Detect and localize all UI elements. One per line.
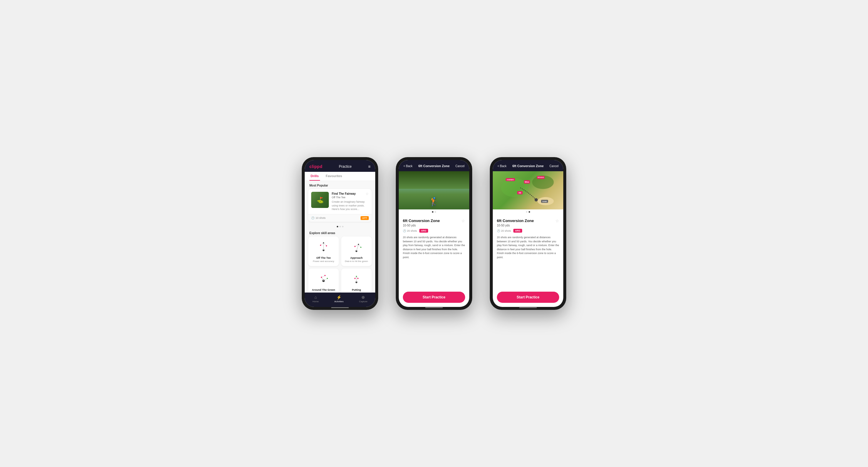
skill-name-ott: Off The Tee — [316, 257, 331, 259]
skill-desc-ott: Power and accuracy — [313, 260, 334, 263]
practice-content: Most Popular Find The Fairway Off The Te… — [305, 181, 375, 293]
cancel-button-2[interactable]: Cancel — [456, 165, 465, 168]
svg-point-26 — [354, 278, 355, 279]
svg-point-13 — [358, 244, 359, 245]
svg-text:SAND: SAND — [542, 201, 547, 202]
svg-point-18 — [321, 277, 322, 278]
phone-2-screen: < Back 6ft Conversion Zone Cancel 🏌️ — [399, 160, 469, 307]
tab-drills[interactable]: Drills — [309, 172, 320, 180]
svg-point-12 — [354, 246, 355, 247]
drill-header-2: < Back 6ft Conversion Zone Cancel — [399, 160, 469, 171]
phone-1-notch — [328, 157, 352, 159]
explore-title: Explore skill areas — [305, 229, 375, 236]
tab-bar: Drills Favourites — [305, 172, 375, 181]
drill-title-2: 6ft Conversion Zone — [403, 219, 440, 223]
nav-home[interactable]: ⌂ Home — [312, 295, 318, 303]
dot-2[interactable] — [339, 226, 341, 227]
drill-description: Create an imaginary fairway using trees … — [332, 200, 369, 211]
bottom-nav: ⌂ Home ⚡ Activities ⊕ Capture — [305, 293, 375, 307]
skill-card-putting[interactable]: Putting Make and lag practice — [341, 268, 372, 293]
svg-point-27 — [356, 276, 357, 277]
trees-background — [399, 171, 469, 189]
phone-1-screen: clippd Practice ≡ Drills Favourites Most… — [305, 160, 375, 307]
putting-icon — [349, 272, 364, 287]
skill-name-putting: Putting — [352, 289, 361, 291]
svg-point-6 — [323, 242, 324, 243]
svg-point-25 — [357, 278, 359, 279]
drill-header-title-3: 6ft Conversion Zone — [513, 164, 544, 168]
img-dot-3-1[interactable] — [526, 211, 527, 213]
phone-2-home-indicator — [425, 307, 443, 308]
most-popular-title: Most Popular — [305, 181, 375, 189]
svg-point-5 — [320, 245, 321, 246]
app-logo: clippd — [309, 164, 322, 169]
skill-card-atg[interactable]: Around The Green Hone your short game — [308, 268, 339, 293]
drill-range-2: 10-50 yds — [403, 224, 440, 227]
start-practice-button-3[interactable]: Start Practice — [497, 292, 559, 303]
shots-info-3: 🕐 20 shots — [497, 229, 511, 232]
drill-content-3: 6ft Conversion Zone 10-50 yds ☆ 🕐 20 sho… — [493, 215, 563, 289]
img-dot-1[interactable] — [432, 211, 433, 213]
favourite-icon-2[interactable]: ☆ — [461, 219, 465, 223]
drill-badge-2: ARG — [419, 229, 428, 233]
header-title: Practice — [339, 165, 351, 169]
featured-drill-card[interactable]: Find The Fairway Off The Tee ☆ Create an… — [308, 189, 372, 222]
skill-name-approach: Approach — [350, 257, 363, 259]
drill-title: Find The Fairway — [332, 192, 356, 196]
drill-meta-3: 🕐 20 shots ARG — [497, 229, 559, 233]
drill-description-2: 20 shots are randomly generated at dista… — [403, 236, 465, 259]
favourite-icon-3[interactable]: ☆ — [555, 219, 559, 223]
drill-badge-3: ARG — [513, 229, 522, 233]
phone-3: < Back 6ft Conversion Zone Cancel — [490, 157, 566, 310]
capture-icon: ⊕ — [362, 295, 365, 300]
back-button-3[interactable]: < Back — [497, 165, 506, 168]
shot-count: 🕐 10 shots — [311, 216, 326, 220]
back-button-2[interactable]: < Back — [403, 165, 412, 168]
drill-range-3: 10-50 yds — [497, 224, 534, 227]
nav-capture[interactable]: ⊕ Capture — [359, 295, 367, 303]
carousel-dots — [305, 224, 375, 229]
skill-grid: Off The Tee Power and accuracy — [305, 236, 375, 293]
svg-line-16 — [321, 275, 325, 277]
phone-2: < Back 6ft Conversion Zone Cancel 🏌️ — [396, 157, 472, 310]
clock-icon-3: 🕐 — [497, 229, 500, 232]
cancel-button-3[interactable]: Cancel — [550, 165, 559, 168]
svg-line-17 — [323, 278, 327, 281]
activities-icon: ⚡ — [336, 295, 341, 300]
phone-1: clippd Practice ≡ Drills Favourites Most… — [302, 157, 378, 310]
drill-description-3: 20 shots are randomly generated at dista… — [497, 236, 559, 259]
card-inner: Find The Fairway Off The Tee ☆ Create an… — [308, 189, 372, 214]
golf-photo: 🏌️ — [399, 171, 469, 209]
img-dot-2[interactable] — [435, 211, 436, 213]
img-dot-3-2[interactable] — [529, 211, 530, 213]
map-background: Hit Miss FAIRWAY ROUGH SAND — [493, 171, 563, 209]
image-dots-2 — [399, 209, 469, 215]
ott-icon — [316, 240, 331, 255]
card-footer: 🕐 10 shots OTT — [308, 214, 372, 222]
dot-3[interactable] — [342, 226, 343, 227]
app-header: clippd Practice ≡ — [305, 160, 375, 172]
start-practice-button-2[interactable]: Start Practice — [403, 292, 465, 303]
nav-activities[interactable]: ⚡ Activities — [334, 295, 344, 303]
clock-icon-2: 🕐 — [403, 229, 406, 232]
atg-icon — [316, 272, 331, 287]
skill-card-approach[interactable]: Approach Dial-in to hit the green — [341, 236, 372, 266]
phone-2-notch — [422, 157, 446, 159]
drill-header-title-2: 6ft Conversion Zone — [418, 164, 450, 168]
dot-1[interactable] — [337, 226, 338, 227]
drill-badge: OTT — [361, 216, 369, 220]
skill-card-ott[interactable]: Off The Tee Power and accuracy — [308, 236, 339, 266]
phones-container: clippd Practice ≡ Drills Favourites Most… — [302, 157, 566, 310]
favourite-icon[interactable]: ☆ — [366, 192, 369, 196]
drill-thumbnail — [311, 192, 329, 208]
svg-point-11 — [360, 247, 362, 248]
phone-1-home-indicator — [331, 307, 349, 308]
phone-3-screen: < Back 6ft Conversion Zone Cancel — [493, 160, 563, 307]
svg-text:ROUGH: ROUGH — [538, 176, 544, 178]
menu-icon[interactable]: ≡ — [368, 164, 371, 169]
svg-line-2 — [323, 243, 327, 246]
image-dots-3 — [493, 209, 563, 215]
shots-info-2: 🕐 20 shots — [403, 229, 417, 232]
tab-favourites[interactable]: Favourites — [325, 172, 343, 180]
phone-3-notch — [516, 157, 540, 159]
